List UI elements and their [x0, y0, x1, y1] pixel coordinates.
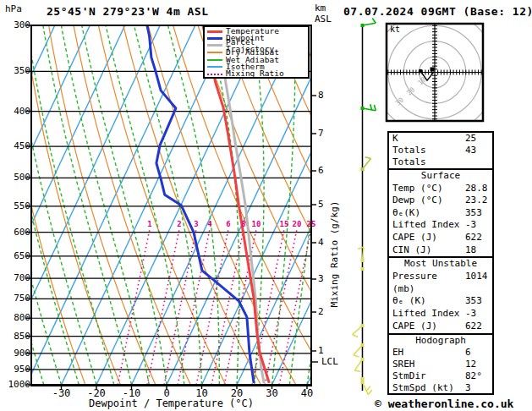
mixing-ratio-label: 10 — [250, 220, 263, 228]
copyright-footer: © weatheronline.co.uk — [375, 397, 513, 410]
panel-row-label: θₑ(K) — [392, 207, 465, 220]
pressure-tick-label: 700 — [5, 272, 30, 283]
panel-row: Pressure (mb)1014 — [389, 271, 492, 296]
isotherm-line — [202, 25, 371, 385]
pressure-tick-label: 1000 — [5, 379, 30, 390]
panel-row-label: CIN (J) — [392, 244, 465, 257]
panel-title: Surface — [389, 170, 492, 183]
mixing-ratio-line — [265, 229, 297, 385]
pressure-tick-label: 800 — [5, 312, 30, 323]
panel-row-label: Dewp (°C) — [392, 195, 465, 207]
legend-item: Mixing Ratio — [207, 70, 308, 77]
panel-row-label: StmSpd (kt) — [392, 382, 465, 394]
legend-swatch-wet-adiabat — [207, 59, 222, 61]
dry-adiabat-line — [522, 25, 532, 385]
panel-row: Dewp (°C)23.2 — [389, 195, 492, 207]
wind-barb — [361, 18, 376, 27]
panel-row: Lifted Index-3 — [389, 308, 492, 321]
altitude-tick-label: 4 — [318, 237, 324, 248]
panel-row-value: 43 — [465, 145, 476, 168]
panel-row: K25 — [389, 133, 492, 145]
station-title: 25°45'N 279°23'W 4m ASL — [47, 5, 209, 18]
legend-label: Mixing Ratio — [226, 70, 284, 77]
legend-swatch-mixing-ratio — [207, 74, 222, 75]
mixing-ratio-label: 3 — [189, 220, 203, 228]
panel-row: Lifted Index-3 — [389, 219, 492, 232]
panel-title: Most Unstable — [389, 258, 492, 271]
panel-row-value: 6 — [465, 347, 471, 359]
panel-row: StmDir82° — [389, 370, 492, 382]
panel-row-label: θₑ (K) — [392, 295, 465, 308]
isotherm-line — [26, 25, 195, 385]
panel-row-label: StmDir — [392, 370, 465, 382]
panel-row-value: 622 — [465, 321, 482, 333]
panel-row-label: EH — [392, 347, 465, 359]
x-axis-title: Dewpoint / Temperature (°C) — [31, 397, 311, 409]
wet-adiabat-line — [82, 25, 167, 385]
pressure-tick-label: 400 — [5, 106, 30, 117]
dry-adiabat-line — [74, 25, 190, 385]
panel-row-value: 12 — [465, 359, 476, 370]
pressure-tick-label: 450 — [5, 140, 30, 151]
wind-barb — [361, 377, 365, 381]
panel-row-value: 28.8 — [465, 183, 488, 195]
wet-adiabat-line — [208, 25, 239, 385]
isotherm-line — [62, 25, 231, 385]
panel-row-label: K — [392, 133, 465, 145]
legend-swatch-dry-adiabat — [207, 52, 222, 53]
panel-row-value: 622 — [465, 232, 482, 244]
hodograph-unit-label: kt — [390, 25, 400, 34]
altitude-tick-label: 1 — [318, 345, 324, 356]
wind-barb — [358, 247, 364, 262]
panel-row-value: 353 — [465, 295, 482, 308]
altitude-tick-label: 8 — [318, 90, 324, 101]
legend: TemperatureDewpointParcel TrajectoryDry … — [203, 25, 310, 79]
panel-row-label: Lifted Index — [392, 308, 465, 321]
panel-row-value: 3 — [465, 382, 471, 394]
wet-adiabat-line — [27, 25, 114, 385]
dry-adiabat-line — [98, 25, 226, 385]
isotherm-line — [167, 25, 336, 385]
pressure-tick-label: 300 — [5, 19, 30, 30]
panel-most-unstable: Most UnstablePressure (mb)1014θₑ (K)353L… — [387, 256, 494, 335]
mixing-ratio-label: 8 — [237, 220, 250, 228]
panel-row: θₑ (K)353 — [389, 295, 492, 308]
altitude-tick-label: 7 — [318, 128, 324, 139]
mixing-ratio-label: 2 — [173, 220, 186, 228]
mixing-ratio-label: 4 — [203, 220, 217, 228]
legend-swatch-isotherm — [207, 66, 222, 68]
panel-row-label: CAPE (J) — [392, 232, 465, 244]
plot-border — [31, 25, 311, 385]
dry-adiabat-line — [173, 25, 332, 385]
panel-row-value: -3 — [465, 219, 476, 232]
altitude-axis-unit-asl: ASL — [315, 14, 332, 25]
panel-indices: K25Totals Totals43PW (cm)4.68 — [387, 131, 494, 170]
pressure-tick-label: 950 — [5, 364, 30, 375]
panel-row: Temp (°C)28.8 — [389, 183, 492, 195]
panel-surface: SurfaceTemp (°C)28.8Dewp (°C)23.2θₑ(K)35… — [387, 168, 494, 258]
altitude-tick-label: 2 — [318, 306, 324, 317]
mixing-ratio-label: 25 — [304, 220, 318, 228]
panel-row-label: Lifted Index — [392, 219, 465, 232]
mixing-ratio-label: 6 — [222, 220, 235, 228]
panel-row: CAPE (J)622 — [389, 232, 492, 244]
legend-swatch-parcel-trajectory — [207, 44, 222, 47]
panel-row-value: 353 — [465, 207, 482, 220]
panel-row-value: -3 — [465, 308, 476, 321]
panel-title: Hodograph — [389, 335, 492, 347]
panel-row: EH6 — [389, 347, 492, 359]
wet-adiabat-line — [61, 25, 149, 385]
panel-row-label: Totals Totals — [392, 145, 465, 168]
altitude-tick-label: 5 — [318, 199, 324, 210]
panel-row-label: CAPE (J) — [392, 321, 465, 333]
lcl-label: LCL — [321, 356, 338, 367]
panel-row-value: 23.2 — [465, 195, 488, 207]
altitude-tick-label: 6 — [318, 165, 324, 176]
pressure-tick-label: 350 — [5, 65, 30, 76]
mixing-ratio-label: 1 — [143, 220, 156, 228]
legend-swatch-dewpoint — [207, 37, 222, 40]
pressure-tick-label: 600 — [5, 227, 30, 238]
pressure-tick-label: 500 — [5, 172, 30, 183]
panel-row: StmSpd (kt)3 — [389, 382, 492, 394]
panel-row: CAPE (J)622 — [389, 321, 492, 333]
